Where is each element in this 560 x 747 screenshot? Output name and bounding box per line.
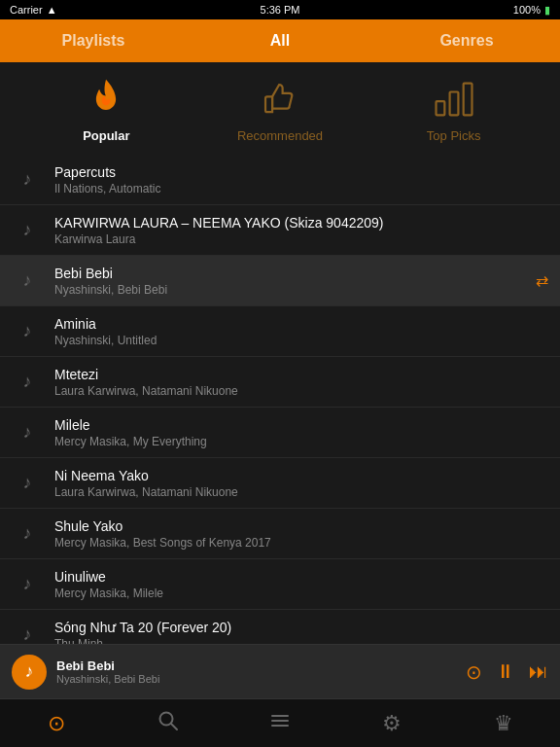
crown-icon: ♛ <box>494 711 513 736</box>
song-note-icon: ♪ <box>12 569 43 600</box>
top-nav: Playlists All Genres <box>0 19 560 62</box>
airplay-button[interactable]: ⊙ <box>466 660 482 684</box>
song-subtitle: Mercy Masika, My Everything <box>54 435 548 448</box>
song-item[interactable]: ♪Bebi BebiNyashinski, Bebi Bebi⇄ <box>0 256 560 306</box>
home-icon: ⊙ <box>48 711 65 736</box>
svg-line-4 <box>171 724 177 729</box>
song-note-icon: ♪ <box>12 417 43 448</box>
top-picks-label: Top Picks <box>427 128 481 143</box>
song-list: ♪PapercutsIl Nations, Automatic♪KARWIRWA… <box>0 155 560 649</box>
status-left: Carrier ▲ <box>10 4 57 16</box>
song-item[interactable]: ♪UinuliweMercy Masika, Milele <box>0 559 560 610</box>
song-note-icon: ♪ <box>12 468 43 499</box>
category-row: Popular Recommended Top Picks <box>0 62 560 155</box>
song-info: MteteziLaura Karwirwa, Natamani Nikuone <box>54 367 548 398</box>
song-note-icon: ♪ <box>12 266 43 297</box>
song-title: Shule Yako <box>54 518 548 534</box>
song-subtitle: Nyashinski, Bebi Bebi <box>54 283 528 297</box>
svg-rect-2 <box>463 84 472 116</box>
category-recommended[interactable]: Recommended <box>193 78 368 143</box>
song-subtitle: Laura Karwirwa, Natamani Nikuone <box>54 485 548 499</box>
song-item[interactable]: ♪Sóng Như Ta 20 (Forever 20)Thu Minh <box>0 610 560 649</box>
category-popular[interactable]: Popular <box>19 78 193 143</box>
song-item[interactable]: ♪AminiaNyashinski, Untitled <box>0 306 560 357</box>
song-title: KARWIRWA LAURA – NEEMA YAKO (Skiza 90422… <box>54 215 548 231</box>
tab-settings[interactable]: ⚙ <box>336 699 448 747</box>
song-note-icon: ♪ <box>12 316 43 347</box>
song-info: Ni Neema YakoLaura Karwirwa, Natamani Ni… <box>54 468 548 499</box>
tab-search[interactable] <box>112 699 224 747</box>
list-icon <box>269 710 291 737</box>
bars-icon <box>433 78 475 121</box>
carrier-label: Carrier <box>10 4 43 16</box>
song-info: Shule YakoMercy Masika, Best Songs of Ke… <box>54 518 548 550</box>
song-note-icon: ♪ <box>12 367 43 398</box>
song-subtitle: Nyashinski, Untitled <box>54 334 548 347</box>
thumbs-up-icon <box>259 78 301 121</box>
svg-rect-1 <box>449 92 458 116</box>
tab-list[interactable] <box>224 699 335 747</box>
song-title: Sóng Như Ta 20 (Forever 20) <box>54 620 548 635</box>
now-playing-subtitle: Nyashinski, Bebi Bebi <box>56 673 466 685</box>
song-info: AminiaNyashinski, Untitled <box>54 316 548 347</box>
song-item[interactable]: ♪PapercutsIl Nations, Automatic <box>0 155 560 205</box>
battery-label: 100% <box>513 4 541 16</box>
song-info: UinuliweMercy Masika, Milele <box>54 569 548 600</box>
song-info: PapercutsIl Nations, Automatic <box>54 164 548 196</box>
tab-home[interactable]: ⊙ <box>0 699 112 747</box>
svg-rect-0 <box>436 101 444 115</box>
song-subtitle: Mercy Masika, Milele <box>54 587 548 600</box>
song-info: MileleMercy Masika, My Everything <box>54 417 548 448</box>
now-playing-title: Bebi Bebi <box>56 658 466 673</box>
nav-all[interactable]: All <box>187 22 373 59</box>
song-title: Bebi Bebi <box>54 266 528 281</box>
song-note-icon: ♪ <box>12 215 43 246</box>
status-time: 5:36 PM <box>261 4 300 16</box>
song-title: Milele <box>54 417 548 433</box>
flame-icon <box>85 78 127 121</box>
category-top-picks[interactable]: Top Picks <box>367 78 541 143</box>
song-note-icon: ♪ <box>12 164 43 196</box>
tab-bar: ⊙ ⚙ ♛ <box>0 698 560 747</box>
song-subtitle: Karwirwa Laura <box>54 232 548 246</box>
forward-button[interactable]: ⏭ <box>529 660 548 683</box>
song-info: Bebi BebiNyashinski, Bebi Bebi <box>54 266 528 297</box>
now-playing-icon: ♪ <box>12 655 47 690</box>
now-playing-info: Bebi Bebi Nyashinski, Bebi Bebi <box>56 658 466 685</box>
wifi-icon: ▲ <box>47 4 57 16</box>
song-title: Mtetezi <box>54 367 548 382</box>
song-info: KARWIRWA LAURA – NEEMA YAKO (Skiza 90422… <box>54 215 548 246</box>
song-title: Ni Neema Yako <box>54 468 548 483</box>
settings-icon: ⚙ <box>382 711 402 736</box>
status-right: 100% ▮ <box>513 4 550 17</box>
battery-icon: ▮ <box>544 4 550 17</box>
nav-playlists[interactable]: Playlists <box>0 22 187 59</box>
recommended-label: Recommended <box>237 128 323 143</box>
status-bar: Carrier ▲ 5:36 PM 100% ▮ <box>0 0 560 19</box>
song-item[interactable]: ♪Shule YakoMercy Masika, Best Songs of K… <box>0 509 560 559</box>
song-item[interactable]: ♪Ni Neema YakoLaura Karwirwa, Natamani N… <box>0 458 560 509</box>
now-playing-controls: ⊙ ⏸ ⏭ <box>466 660 548 684</box>
song-note-icon: ♪ <box>12 518 43 550</box>
popular-label: Popular <box>83 128 129 143</box>
search-icon <box>158 710 179 737</box>
nav-genres[interactable]: Genres <box>373 22 560 59</box>
pause-button[interactable]: ⏸ <box>496 660 515 683</box>
song-item[interactable]: ♪MileleMercy Masika, My Everything <box>0 408 560 458</box>
song-item[interactable]: ♪MteteziLaura Karwirwa, Natamani Nikuone <box>0 357 560 408</box>
song-title: Aminia <box>54 316 548 332</box>
song-subtitle: Mercy Masika, Best Songs of Kenya 2017 <box>54 536 548 550</box>
song-item[interactable]: ♪KARWIRWA LAURA – NEEMA YAKO (Skiza 9042… <box>0 205 560 256</box>
song-subtitle: Il Nations, Automatic <box>54 182 548 196</box>
song-title: Uinuliwe <box>54 569 548 585</box>
song-title: Papercuts <box>54 164 548 180</box>
song-action-icon[interactable]: ⇄ <box>536 271 548 290</box>
now-playing-bar: ♪ Bebi Bebi Nyashinski, Bebi Bebi ⊙ ⏸ ⏭ <box>0 644 560 698</box>
tab-crown[interactable]: ♛ <box>448 699 560 747</box>
song-subtitle: Laura Karwirwa, Natamani Nikuone <box>54 384 548 398</box>
